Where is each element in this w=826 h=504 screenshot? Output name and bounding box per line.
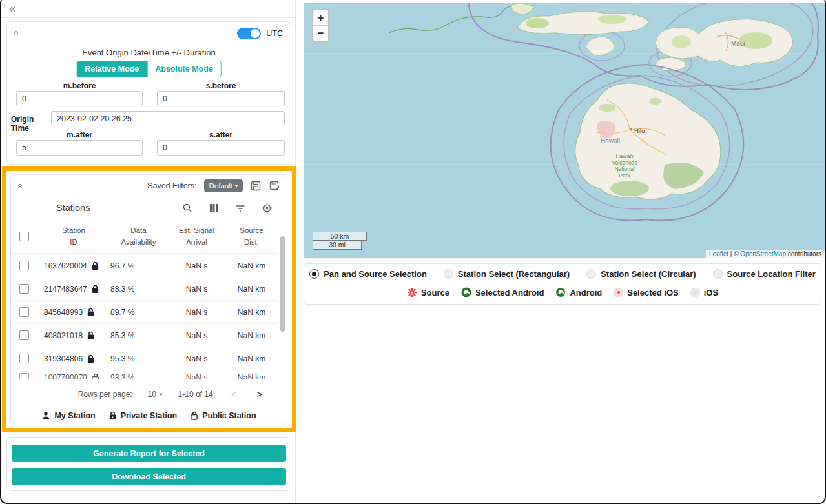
generate-report-button[interactable]: Generate Report for Selected — [12, 445, 286, 462]
mode-station-circ[interactable]: Station Select (Circular) — [586, 269, 696, 279]
zoom-out-button[interactable]: − — [313, 26, 328, 41]
stations-table-header: StationID DataAvailability Est. SignalAr… — [11, 220, 278, 254]
col-source-dist[interactable]: SourceDist. — [224, 225, 279, 248]
android-icon — [555, 287, 566, 297]
saved-filter-default-button[interactable]: Default ▾ — [204, 179, 243, 192]
collapse-panel-icon[interactable]: « — [12, 30, 23, 35]
search-icon[interactable] — [181, 202, 193, 214]
mode-source-filter[interactable]: Source Location Filter — [713, 269, 816, 279]
lock-open-icon — [190, 411, 198, 420]
table-scrollbar[interactable] — [280, 236, 285, 332]
datetime-panel-title: Event Origin Date/Time +/- Duration — [7, 48, 291, 57]
map-label-park-2: Volcanoes — [612, 159, 637, 166]
row-checkbox[interactable] — [19, 261, 29, 270]
radio-icon[interactable] — [586, 269, 596, 279]
pagination-bar: Rows per page: 10 ▾ 1-10 of 14 < > — [11, 383, 287, 405]
map-label-park-4: Park — [619, 172, 630, 179]
save-filter-edit-icon[interactable] — [269, 180, 280, 192]
mode-pan-source[interactable]: Pan and Source Selection — [309, 269, 427, 279]
origin-time-input[interactable] — [51, 111, 285, 126]
map-attribution: Leaflet | © OpenStreetMap contributors — [706, 250, 825, 258]
caret-down-icon: ▾ — [160, 391, 163, 398]
map-mode-radios: Pan and Source Selection Station Select … — [304, 269, 821, 279]
m-after-input[interactable] — [16, 140, 143, 156]
columns-icon[interactable] — [208, 202, 220, 214]
row-checkbox[interactable] — [19, 307, 29, 317]
station-type-legend: My Station Private Station Public Statio… — [11, 405, 287, 425]
app-window: « « UTC Event Origin Date/Time +/- Durat… — [0, 0, 826, 504]
s-after-input[interactable] — [157, 140, 285, 156]
col-est-signal-arrival[interactable]: Est. SignalArrival — [169, 225, 224, 248]
locate-icon[interactable] — [261, 202, 273, 214]
map-label-maui: Maui — [731, 40, 745, 47]
stations-panel: « Saved Filters: Default ▾ Stations — [10, 174, 287, 425]
lock-closed-icon — [87, 354, 95, 363]
map-zoom-control: + − — [312, 9, 329, 43]
default-button-label: Default — [209, 182, 232, 190]
map-label-park-1: Hawai'i — [615, 153, 633, 159]
row-checkbox[interactable] — [19, 354, 29, 363]
map-label-hilo: Hilo — [634, 127, 645, 134]
tab-relative-mode[interactable]: Relative Mode — [77, 61, 147, 77]
save-filter-icon[interactable] — [250, 180, 262, 192]
row-checkbox[interactable] — [19, 373, 29, 379]
lock-closed-icon — [108, 411, 117, 420]
legend-private-station: Private Station — [108, 411, 178, 420]
selected-android-icon — [461, 287, 471, 297]
caret-down-icon: ▾ — [235, 183, 238, 189]
utc-toggle[interactable] — [237, 28, 261, 39]
m-before-label: m.before — [16, 81, 143, 90]
toggle-knob — [251, 29, 260, 38]
row-checkbox[interactable] — [19, 330, 29, 340]
ios-icon — [690, 288, 700, 297]
m-after-label: m.after — [16, 130, 143, 139]
row-checkbox[interactable] — [19, 284, 29, 294]
radio-icon[interactable] — [444, 269, 453, 279]
legend-my-station: My Station — [41, 411, 95, 420]
col-data-availability[interactable]: DataAvailability — [108, 225, 169, 248]
legend-selected-android: Selected Android — [461, 287, 544, 297]
m-before-input[interactable] — [16, 91, 143, 106]
osm-link[interactable]: OpenStreetMap — [740, 250, 786, 257]
tab-absolute-mode[interactable]: Absolute Mode — [147, 61, 221, 77]
legend-public-station: Public Station — [190, 411, 256, 420]
map-label-park-3: National — [614, 166, 634, 172]
prev-page-button[interactable]: < — [229, 389, 239, 399]
map-canvas: Maui Hilo Hawaii Hawai'i Volcanoes Natio… — [304, 3, 825, 258]
collapse-panel-icon[interactable]: « — [15, 183, 26, 188]
next-page-button[interactable]: > — [254, 389, 265, 399]
s-after-label: s.after — [157, 130, 285, 139]
legend-selected-ios: Selected iOS — [614, 288, 678, 297]
table-row[interactable]: 845648993 89.7 % NaN s NaN km — [11, 301, 278, 324]
table-row[interactable]: 408021018 85.3 % NaN s NaN km — [11, 324, 278, 347]
sidebar-collapse-icon[interactable]: « — [9, 1, 16, 15]
zoom-in-button[interactable]: + — [313, 10, 328, 26]
mode-tabs: Relative Mode Absolute Mode — [76, 61, 222, 77]
table-row-clipped[interactable]: 1007700070 93.3 % NaN s NaN km — [11, 370, 278, 379]
source-gear-icon — [407, 287, 417, 297]
mode-station-rect[interactable]: Station Select (Rectangular) — [444, 269, 570, 279]
radio-icon[interactable] — [713, 269, 723, 279]
rows-per-page-select[interactable]: 10 ▾ — [148, 390, 163, 399]
stations-title: Stations — [56, 203, 90, 213]
datetime-filter-panel: « UTC Event Origin Date/Time +/- Duratio… — [6, 21, 291, 165]
legend-ios: iOS — [690, 288, 718, 297]
table-row[interactable]: 1637620004 96.7 % NaN s NaN km — [11, 254, 278, 277]
map-controls-panel: Pan and Source Selection Station Select … — [304, 263, 821, 305]
map-scale-bar: 50 km 30 mi — [313, 232, 367, 250]
filter-icon[interactable] — [234, 202, 246, 214]
leaflet-link[interactable]: Leaflet — [709, 250, 728, 257]
select-all-checkbox[interactable] — [19, 232, 29, 241]
legend-android: Android — [555, 287, 602, 297]
lock-open-icon — [91, 373, 99, 379]
left-sidebar: « « UTC Event Origin Date/Time +/- Durat… — [1, 0, 296, 503]
download-selected-button[interactable]: Download Selected — [12, 468, 286, 485]
leaflet-map[interactable]: Maui Hilo Hawaii Hawai'i Volcanoes Natio… — [304, 3, 825, 258]
table-row[interactable]: 319304806 95.3 % NaN s NaN km — [11, 347, 278, 370]
col-station-id[interactable]: StationID — [39, 225, 108, 248]
s-before-input[interactable] — [157, 91, 285, 106]
table-row[interactable]: 2147483647 88.3 % NaN s NaN km — [11, 277, 278, 301]
lock-closed-icon — [87, 308, 95, 317]
radio-selected-icon[interactable] — [309, 269, 319, 279]
pagination-range: 1-10 of 14 — [178, 390, 213, 399]
